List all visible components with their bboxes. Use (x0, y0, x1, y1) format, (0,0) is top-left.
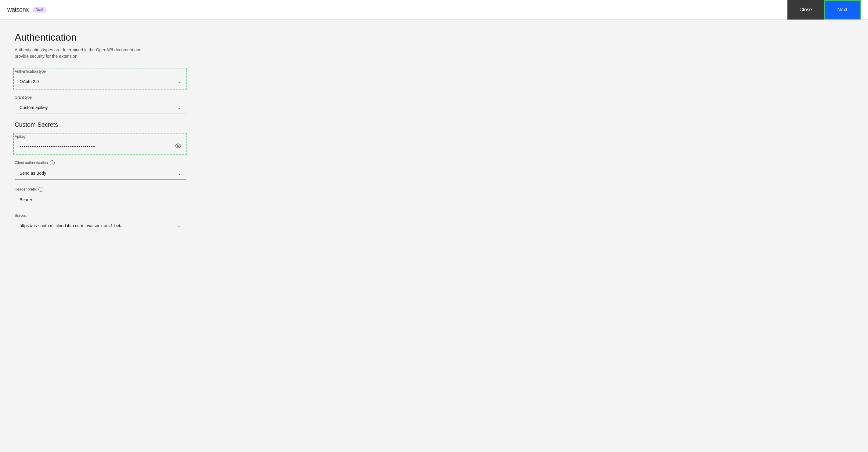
client-auth-select-wrapper[interactable]: Send as Body Send as Header ⌄ (14, 167, 186, 180)
grant-type-field: Grant type Custom apikey Client credenti… (14, 95, 186, 114)
header-right: Close Next (787, 0, 861, 20)
servers-label: Servers (14, 213, 186, 218)
custom-secrets-title: Custom Secrets (14, 121, 199, 128)
header-prefix-label: Header prefix i (14, 187, 186, 192)
servers-select-wrapper[interactable]: https://us-south.ml.cloud.ibm.com - wats… (14, 219, 186, 232)
grant-type-select[interactable]: Custom apikey Client credentials Authori… (14, 101, 186, 114)
auth-type-label: Authentication type (14, 69, 186, 73)
apikey-input-wrapper[interactable] (14, 141, 186, 153)
svg-point-0 (178, 145, 179, 147)
apikey-input[interactable] (14, 141, 186, 153)
close-button[interactable]: Close (787, 0, 824, 20)
client-auth-info-icon[interactable]: i (50, 160, 55, 165)
servers-select[interactable]: https://us-south.ml.cloud.ibm.com - wats… (14, 219, 186, 232)
header-left: watsonx Draft (7, 6, 46, 13)
page-description: Authentication types are determined in t… (14, 47, 143, 60)
client-auth-label: Client authentication i (14, 160, 186, 165)
page-title: Authentication (14, 32, 199, 43)
header: watsonx Draft Close Next (0, 0, 868, 20)
logo: watsonx (7, 6, 29, 13)
servers-field: Servers https://us-south.ml.cloud.ibm.co… (14, 213, 186, 232)
apikey-field: Apikey (14, 134, 186, 153)
main-content: Authentication Authentication types are … (0, 20, 214, 252)
auth-type-select[interactable]: OAuth 2.0 Basic auth API key None (14, 76, 186, 88)
client-auth-field: Client authentication i Send as Body Sen… (14, 160, 186, 180)
grant-type-select-wrapper[interactable]: Custom apikey Client credentials Authori… (14, 101, 186, 114)
header-prefix-input[interactable] (14, 193, 186, 206)
header-prefix-input-wrapper[interactable] (14, 193, 186, 206)
grant-type-label: Grant type (14, 95, 186, 99)
apikey-label: Apikey (14, 134, 186, 139)
auth-type-field: Authentication type OAuth 2.0 Basic auth… (14, 69, 186, 88)
draft-badge: Draft (32, 7, 46, 12)
header-prefix-field: Header prefix i (14, 187, 186, 206)
eye-icon[interactable] (175, 143, 181, 151)
auth-type-select-wrapper[interactable]: OAuth 2.0 Basic auth API key None ⌄ (14, 76, 186, 88)
next-button[interactable]: Next (824, 0, 861, 20)
header-prefix-info-icon[interactable]: i (38, 187, 43, 192)
client-auth-select[interactable]: Send as Body Send as Header (14, 167, 186, 179)
